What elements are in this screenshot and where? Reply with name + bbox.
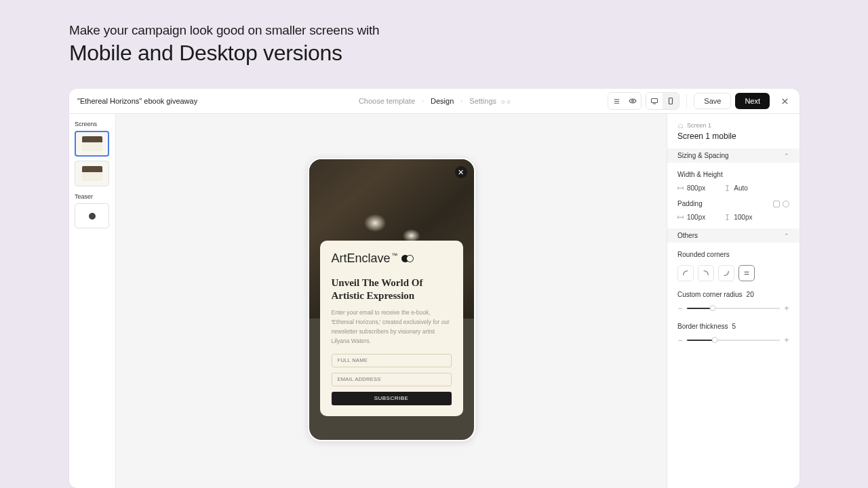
border-thickness-value: 5 <box>732 323 736 330</box>
save-button[interactable]: Save <box>694 93 731 109</box>
padding-mode-uniform-icon[interactable] <box>773 201 780 207</box>
sidebar-screens-label: Screens <box>75 121 110 127</box>
corner-preset-group <box>677 265 789 281</box>
rounded-corners-label: Rounded corners <box>677 251 789 258</box>
svg-rect-4 <box>652 99 658 103</box>
crumb-choose-template[interactable]: Choose template <box>359 97 415 105</box>
width-icon <box>677 185 684 191</box>
width-field[interactable]: 800px <box>677 184 705 192</box>
plus-icon[interactable]: + <box>784 304 789 313</box>
chevron-right-icon: › <box>422 98 424 104</box>
mobile-icon[interactable] <box>663 93 679 109</box>
chevron-up-icon: ⌃ <box>784 232 789 239</box>
plus-icon[interactable]: + <box>784 336 789 345</box>
section-sizing-spacing[interactable]: Sizing & Spacing ⌃ <box>667 148 800 163</box>
border-thickness-label: Border thickness <box>677 323 728 330</box>
desktop-icon[interactable] <box>646 93 663 109</box>
custom-radius-slider[interactable]: − + <box>677 304 789 313</box>
height-icon <box>724 185 730 191</box>
width-height-label: Width & Height <box>677 171 789 178</box>
width-icon <box>677 214 684 220</box>
list-icon[interactable] <box>608 93 625 109</box>
svg-point-3 <box>632 100 634 102</box>
brand-logo: ArtEnclave™ <box>332 251 452 266</box>
padding-label: Padding <box>677 200 703 207</box>
sidebar-teaser-label: Teaser <box>75 193 110 200</box>
screen-thumb-1[interactable] <box>75 131 109 157</box>
mockup-name-input[interactable] <box>332 354 452 367</box>
mockup-description: Enter your email to receive the e-book, … <box>332 308 452 346</box>
props-breadcrumb[interactable]: Screen 1 <box>677 122 789 129</box>
properties-panel: Screen 1 Screen 1 mobile Sizing & Spacin… <box>667 114 800 488</box>
mobile-mockup[interactable]: ✕ ArtEnclave™ Unveil The World Of Artist… <box>308 158 475 441</box>
padding-vertical-field[interactable]: 100px <box>724 214 752 221</box>
corner-top-left-icon[interactable] <box>677 265 694 281</box>
border-thickness-slider[interactable]: − + <box>677 336 789 345</box>
screen-thumb-2[interactable] <box>75 161 109 186</box>
mockup-subscribe-button[interactable]: SUBSCRIBE <box>332 392 452 405</box>
minus-icon[interactable]: − <box>677 304 683 313</box>
mockup-title: Unveil The World Of Artistic Expression <box>332 277 452 302</box>
custom-radius-label: Custom corner radius <box>677 291 743 298</box>
next-button[interactable]: Next <box>735 93 770 109</box>
canvas: ✕ ArtEnclave™ Unveil The World Of Artist… <box>116 114 667 488</box>
crumb-design[interactable]: Design <box>431 97 454 105</box>
brand-logo-icon <box>401 255 414 262</box>
padding-horizontal-field[interactable]: 100px <box>677 214 705 221</box>
eye-icon[interactable] <box>625 93 641 109</box>
teaser-thumb[interactable] <box>75 203 109 228</box>
custom-radius-value: 20 <box>747 291 754 298</box>
page-title: Mobile and Desktop versions <box>69 41 868 66</box>
divider <box>686 94 687 108</box>
corner-bottom-right-icon[interactable] <box>718 265 734 281</box>
sidebar: Screens Teaser <box>69 114 116 488</box>
chevron-up-icon: ⌃ <box>784 152 789 159</box>
props-title: Screen 1 mobile <box>677 131 789 141</box>
svg-rect-6 <box>669 98 673 104</box>
mockup-close-icon[interactable]: ✕ <box>455 166 467 178</box>
height-icon <box>724 214 730 220</box>
app-window: "Ethereal Horizons" ebook giveaway Choos… <box>69 89 800 488</box>
corner-top-right-icon[interactable] <box>698 265 714 281</box>
device-toggle-group <box>646 92 679 110</box>
page-subtitle: Make your campaign look good on smaller … <box>69 23 868 38</box>
minus-icon[interactable]: − <box>677 336 683 345</box>
view-options-group <box>608 92 642 110</box>
corner-all-icon[interactable] <box>738 265 755 281</box>
chevron-right-icon: › <box>460 98 462 104</box>
section-others[interactable]: Others ⌃ <box>667 228 800 243</box>
mockup-email-input[interactable] <box>332 373 452 386</box>
home-icon <box>677 123 684 129</box>
padding-mode-separate-icon[interactable] <box>783 201 789 207</box>
close-icon[interactable] <box>776 93 793 109</box>
breadcrumb: Choose template › Design › Settings <box>359 97 510 105</box>
height-field[interactable]: Auto <box>724 184 748 192</box>
mockup-card: ArtEnclave™ Unveil The World Of Artistic… <box>320 241 463 416</box>
campaign-name: "Ethereal Horizons" ebook giveaway <box>76 97 197 105</box>
toolbar: "Ethereal Horizons" ebook giveaway Choos… <box>69 89 800 114</box>
crumb-settings[interactable]: Settings <box>469 97 510 105</box>
